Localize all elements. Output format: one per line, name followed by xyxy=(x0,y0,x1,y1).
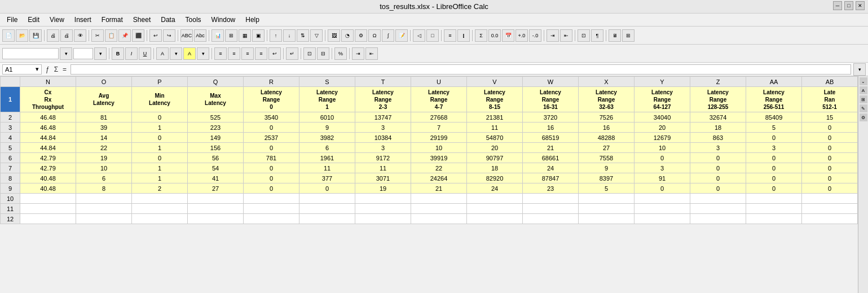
row-num-10[interactable]: 10 xyxy=(1,194,20,204)
empty-cell-r11-c10[interactable] xyxy=(579,204,635,214)
menu-file[interactable]: File xyxy=(2,15,22,25)
image-button[interactable]: 🖼 xyxy=(328,29,340,42)
header-cell-13[interactable]: Latency Range 256-511 xyxy=(746,87,802,112)
menu-help[interactable]: Help xyxy=(241,15,264,25)
header-cell-10[interactable]: Latency Range 32-63 xyxy=(579,87,635,112)
cell-r7-c10[interactable]: 24 xyxy=(523,163,579,173)
cell-r2-c10[interactable]: 3720 xyxy=(523,112,579,123)
cell-r7-c13[interactable]: 0 xyxy=(690,163,746,173)
align-right-button[interactable]: ≡ xyxy=(241,47,254,60)
cell-r6-c14[interactable]: 0 xyxy=(746,153,802,163)
menu-data[interactable]: Data xyxy=(156,15,179,25)
cell-r3-c11[interactable]: 16 xyxy=(579,123,635,133)
cell-r7-c9[interactable]: 18 xyxy=(467,163,523,173)
cell-r9-c9[interactable]: 24 xyxy=(467,183,523,194)
col-header-X[interactable]: X xyxy=(579,77,635,87)
undo-button[interactable]: ↩ xyxy=(149,29,162,42)
empty-cell-r11-c9[interactable] xyxy=(523,204,579,214)
cell-r3-c8[interactable]: 7 xyxy=(411,123,467,133)
empty-cell-r10-c3[interactable] xyxy=(188,194,244,204)
cell-r7-c12[interactable]: 3 xyxy=(635,163,690,173)
header-cell-0[interactable]: Cx Rx Throughput xyxy=(20,87,76,112)
cell-r8-c11[interactable]: 8397 xyxy=(579,173,635,183)
cell-r6-c5[interactable]: 781 xyxy=(244,153,299,163)
formula-wizard-icon[interactable]: ƒ xyxy=(44,65,51,73)
cell-r6-c12[interactable]: 0 xyxy=(635,153,690,163)
styles-button[interactable]: ¶ xyxy=(591,29,603,42)
cell-r2-c3[interactable]: 0 xyxy=(132,112,188,123)
empty-cell-r12-c13[interactable] xyxy=(746,214,802,224)
cell-r9-c3[interactable]: 2 xyxy=(132,183,188,194)
empty-cell-r11-c0[interactable] xyxy=(20,204,76,214)
empty-cell-r11-c3[interactable] xyxy=(188,204,244,214)
cell-r2-c2[interactable]: 81 xyxy=(76,112,132,123)
empty-cell-r11-c1[interactable] xyxy=(76,204,132,214)
cell-r2-c6[interactable]: 6010 xyxy=(299,112,355,123)
empty-cell-r10-c5[interactable] xyxy=(299,194,355,204)
row-num-1[interactable]: 1 xyxy=(1,87,20,112)
header-cell-9[interactable]: Latency Range 16-31 xyxy=(523,87,579,112)
row-num-11[interactable]: 11 xyxy=(1,204,20,214)
pdf-button[interactable]: 🖨 xyxy=(47,29,59,42)
empty-cell-r12-c14[interactable] xyxy=(802,214,858,224)
empty-cell-r11-c7[interactable] xyxy=(411,204,467,214)
cell-r7-c3[interactable]: 1 xyxy=(132,163,188,173)
formula-button[interactable]: ∫ xyxy=(382,29,394,42)
cell-r9-c4[interactable]: 27 xyxy=(188,183,244,194)
col-header-AB[interactable]: AB xyxy=(802,77,858,87)
bold-button[interactable]: B xyxy=(112,47,124,60)
cell-r5-c11[interactable]: 27 xyxy=(579,143,635,153)
cell-r3-c1[interactable]: 46.48 xyxy=(20,123,76,133)
cell-r7-c11[interactable]: 9 xyxy=(579,163,635,173)
row-num-3[interactable]: 3 xyxy=(1,123,20,133)
cell-r3-c6[interactable]: 9 xyxy=(299,123,355,133)
side-icon-3[interactable]: ⊞ xyxy=(860,95,867,103)
empty-cell-r10-c6[interactable] xyxy=(355,194,411,204)
cell-r6-c4[interactable]: 56 xyxy=(188,153,244,163)
merge-button[interactable]: ⊡ xyxy=(303,47,316,60)
cell-r8-c5[interactable]: 0 xyxy=(244,173,299,183)
cell-r8-c15[interactable]: 0 xyxy=(802,173,858,183)
empty-cell-r10-c7[interactable] xyxy=(411,194,467,204)
chart-button[interactable]: 📊 xyxy=(212,29,224,42)
sort-button[interactable]: ⇅ xyxy=(297,29,309,42)
equals-icon[interactable]: = xyxy=(61,65,68,73)
cell-r8-c7[interactable]: 3071 xyxy=(355,173,411,183)
empty-cell-r11-c13[interactable] xyxy=(746,204,802,214)
header-cell-2[interactable]: Min Latency xyxy=(132,87,188,112)
cell-r2-c11[interactable]: 7526 xyxy=(579,112,635,123)
empty-cell-r10-c9[interactable] xyxy=(523,194,579,204)
zoom-button[interactable]: ⊞ xyxy=(622,29,635,42)
cell-r8-c6[interactable]: 377 xyxy=(299,173,355,183)
cell-r8-c12[interactable]: 91 xyxy=(635,173,690,183)
cell-r4-c2[interactable]: 14 xyxy=(76,133,132,143)
empty-cell-r12-c9[interactable] xyxy=(523,214,579,224)
cell-r2-c9[interactable]: 21381 xyxy=(467,112,523,123)
cell-r2-c8[interactable]: 27668 xyxy=(411,112,467,123)
cell-r4-c15[interactable]: 0 xyxy=(802,133,858,143)
header-cell-3[interactable]: Max Latency xyxy=(188,87,244,112)
rtl-button[interactable]: ↩ xyxy=(268,47,281,60)
cell-r6-c15[interactable]: 0 xyxy=(802,153,858,163)
header-cell-4[interactable]: Latency Range 0 xyxy=(244,87,299,112)
cell-r7-c4[interactable]: 54 xyxy=(188,163,244,173)
menu-sheet[interactable]: Sheet xyxy=(129,15,155,25)
wrap-button[interactable]: ↵ xyxy=(286,47,298,60)
empty-cell-r10-c12[interactable] xyxy=(690,194,746,204)
col-header-Y[interactable]: Y xyxy=(635,77,690,87)
sheet-container[interactable]: NOPQRSTUVWXYZAAAB1Cx Rx ThroughputAvg La… xyxy=(0,76,858,293)
row-num-8[interactable]: 8 xyxy=(1,173,20,183)
header-cell-14[interactable]: Late Ran 512-1 xyxy=(802,87,858,112)
col-header-T[interactable]: T xyxy=(355,77,411,87)
cell-r4-c4[interactable]: 149 xyxy=(188,133,244,143)
cell-r6-c8[interactable]: 39919 xyxy=(411,153,467,163)
clone-button[interactable]: ⬛ xyxy=(132,29,144,42)
empty-cell-r12-c8[interactable] xyxy=(467,214,523,224)
bg-color-button[interactable]: A xyxy=(183,47,196,60)
dec-indent-button[interactable]: ⇤ xyxy=(365,47,378,60)
empty-cell-r11-c8[interactable] xyxy=(467,204,523,214)
cell-r4-c8[interactable]: 29199 xyxy=(411,133,467,143)
num-format-button[interactable]: 0.0 xyxy=(488,29,501,42)
increase-dec-button[interactable]: +.0 xyxy=(515,29,528,42)
col-header-W[interactable]: W xyxy=(523,77,579,87)
